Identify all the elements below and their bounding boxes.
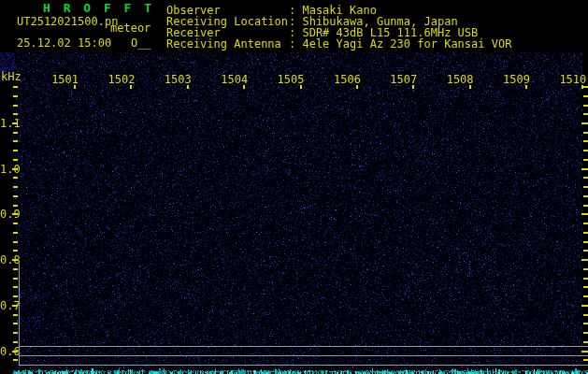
freq-minor-tick-left — [13, 177, 18, 179]
freq-minor-tick-left — [13, 250, 18, 252]
freq-major-tick-right — [581, 259, 588, 261]
freq-minor-tick-right — [583, 195, 588, 197]
freq-minor-tick-left — [13, 132, 18, 134]
freq-minor-tick-right — [583, 268, 588, 270]
freq-minor-tick-left — [13, 86, 18, 88]
freq-major-tick-right — [581, 351, 588, 352]
freq-minor-tick-right — [583, 323, 588, 324]
freq-minor-tick-left — [13, 332, 18, 334]
freq-major-tick-right — [581, 213, 588, 215]
freq-minor-tick-right — [583, 241, 588, 243]
freq-minor-tick-right — [583, 232, 588, 234]
freq-minor-tick-left — [13, 140, 18, 142]
plot-vertical-axis-line — [19, 264, 20, 365]
time-axis-label: 1507 — [390, 74, 417, 85]
freq-major-tick-right — [581, 168, 588, 170]
capture-datetime: 25.12.02 15:00 — [17, 37, 111, 49]
capture-filename: UT2512021500.pn — [17, 16, 118, 27]
freq-major-tick-left — [12, 122, 18, 124]
echo-counter: O__ — [131, 37, 151, 49]
freq-minor-tick-right — [583, 86, 588, 88]
time-axis-label: 1503 — [165, 74, 192, 85]
info-label: Receiving Antenna — [166, 38, 289, 50]
time-axis-tick — [412, 85, 414, 89]
signal-level-line — [19, 346, 588, 347]
freq-minor-tick-left — [13, 186, 18, 188]
time-axis-tick — [130, 85, 132, 89]
time-axis-label: 1502 — [108, 74, 136, 85]
freq-minor-tick-left — [13, 205, 18, 207]
freq-minor-tick-right — [583, 205, 588, 207]
freq-minor-tick-left — [13, 314, 18, 316]
freq-major-tick-right — [581, 122, 588, 124]
time-axis-label: 1506 — [334, 74, 361, 85]
time-axis-label: 1504 — [221, 74, 248, 85]
freq-minor-tick-left — [13, 150, 18, 151]
freq-major-tick-left — [12, 213, 18, 215]
time-axis-tick — [300, 85, 302, 89]
freq-minor-tick-right — [583, 223, 588, 224]
freq-minor-tick-left — [13, 105, 18, 107]
freq-minor-tick-right — [583, 140, 588, 142]
info-row-receiving-antenna: Receiving Antenna: 4ele Yagi Az 230 for … — [166, 38, 511, 50]
time-axis-label: 1510 — [559, 74, 586, 85]
freq-major-tick-left — [12, 351, 18, 352]
freq-minor-tick-right — [583, 150, 588, 151]
freq-minor-tick-right — [583, 113, 588, 115]
time-axis-tick — [525, 85, 527, 89]
freq-minor-tick-right — [583, 278, 588, 280]
freq-minor-tick-right — [583, 359, 588, 361]
freq-minor-tick-left — [13, 95, 18, 97]
freq-minor-tick-left — [13, 359, 18, 361]
info-value: : 4ele Yagi Az 230 for Kansai VOR — [289, 37, 511, 50]
freq-major-tick-left — [12, 259, 18, 261]
freq-minor-tick-left — [13, 195, 18, 197]
freq-minor-tick-right — [583, 250, 588, 252]
freq-minor-tick-left — [13, 241, 18, 243]
freq-minor-tick-left — [13, 113, 18, 115]
time-axis-tick — [187, 85, 189, 89]
freq-minor-tick-left — [13, 159, 18, 161]
freq-minor-tick-right — [583, 186, 588, 188]
freq-minor-tick-right — [583, 132, 588, 134]
app-title: H R O F F T — [43, 2, 154, 14]
freq-minor-tick-right — [583, 314, 588, 316]
freq-minor-tick-left — [13, 223, 18, 224]
freq-minor-tick-right — [583, 295, 588, 297]
freq-minor-tick-left — [13, 295, 18, 297]
freq-minor-tick-left — [13, 268, 18, 270]
freq-minor-tick-right — [583, 341, 588, 343]
time-axis-label: 1505 — [278, 74, 305, 85]
freq-major-tick-left — [12, 305, 18, 307]
freq-minor-tick-right — [583, 332, 588, 334]
freq-minor-tick-right — [583, 95, 588, 97]
time-axis-tick — [243, 85, 245, 89]
time-axis-label: 1509 — [503, 74, 530, 85]
spectrogram-canvas — [0, 0, 588, 374]
time-axis-label: 1508 — [447, 74, 474, 85]
freq-minor-tick-left — [13, 341, 18, 343]
freq-minor-tick-right — [583, 159, 588, 161]
station-name: meteor — [110, 22, 151, 34]
time-axis-tick — [356, 85, 358, 89]
freq-minor-tick-right — [583, 286, 588, 288]
signal-level-line — [19, 355, 588, 356]
freq-minor-tick-left — [13, 278, 18, 280]
freq-minor-tick-right — [583, 177, 588, 179]
khz-unit-label: kHz — [1, 71, 22, 82]
freq-minor-tick-left — [13, 286, 18, 288]
time-axis-tick — [469, 85, 471, 89]
hrofft-window: H R O F F T UT2512021500.pn meteor 25.12… — [0, 0, 588, 374]
freq-major-tick-left — [12, 168, 18, 170]
freq-minor-tick-left — [13, 232, 18, 234]
freq-major-tick-right — [581, 305, 588, 307]
time-axis-label: 1501 — [51, 74, 79, 85]
signal-level-line — [19, 365, 588, 366]
freq-minor-tick-left — [13, 323, 18, 324]
time-axis-tick — [74, 85, 76, 89]
freq-minor-tick-right — [583, 105, 588, 107]
